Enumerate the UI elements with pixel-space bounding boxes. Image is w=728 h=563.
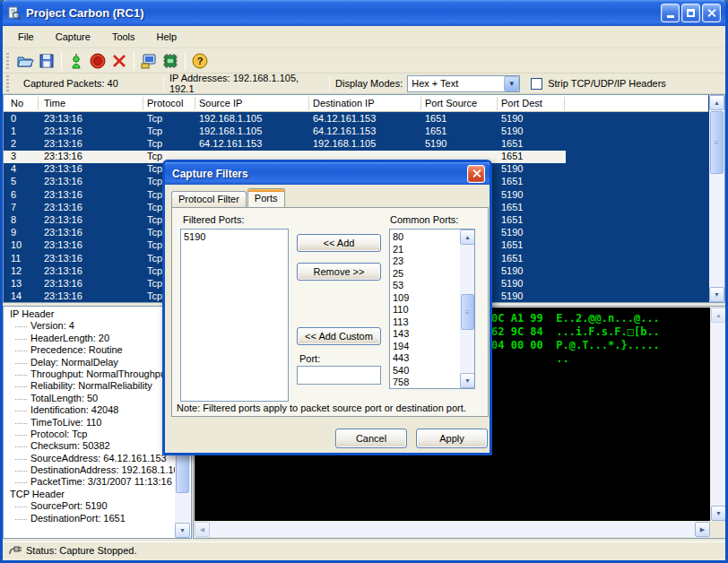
tree-node-ip-header[interactable]: IP Header	[4, 308, 174, 320]
tree-items: IP HeaderVersion: 4HeaderLength: 20Prece…	[4, 308, 174, 524]
apply-button[interactable]: Apply	[416, 429, 488, 448]
stop-capture-icon	[89, 52, 107, 70]
column-divider	[195, 97, 195, 110]
column-header-destination-ip[interactable]: Destination IP	[313, 98, 374, 108]
open-file-button[interactable]	[14, 50, 36, 72]
cell-port_dest: 1651	[501, 253, 523, 264]
tree-leaf[interactable]: DestinationAddress: 192.168.1.105	[4, 464, 174, 476]
start-capture-button[interactable]	[65, 50, 87, 72]
cell-time: 23:13:16	[44, 151, 82, 161]
cell-protocol: Tcp	[147, 113, 162, 124]
scroll-left-icon[interactable]: ◀	[195, 522, 210, 537]
tree-leaf[interactable]: Throughput: NormalThroughput	[4, 368, 174, 380]
packet-buffer-button[interactable]	[160, 50, 181, 72]
save-button[interactable]	[36, 50, 57, 72]
common-ports-scrollbar[interactable]: ▲ ≡ ▼	[460, 230, 475, 388]
clear-capture-button[interactable]	[108, 50, 130, 72]
tree-leaf[interactable]: SourcePort: 5190	[4, 500, 174, 512]
strip-headers-checkbox[interactable]	[531, 78, 542, 90]
close-button[interactable]	[702, 4, 721, 22]
minimize-button[interactable]	[661, 4, 680, 22]
cell-port_dest: 1651	[501, 239, 523, 250]
scrollbar-thumb[interactable]: ≡	[461, 294, 474, 330]
cell-protocol: Tcp	[147, 278, 162, 289]
scroll-down-icon[interactable]: ▼	[711, 506, 726, 521]
help-button[interactable]: ?	[189, 50, 211, 72]
tree-leaf[interactable]: TimeToLive: 110	[4, 417, 174, 429]
column-header-protocol[interactable]: Protocol	[147, 98, 183, 108]
display-mode-combobox[interactable]: Hex + Text ▼	[407, 75, 520, 92]
tree-leaf[interactable]: Precedence: Routine	[4, 344, 174, 356]
combo-dropdown-icon[interactable]: ▼	[504, 76, 519, 91]
scrollbar-thumb[interactable]: ≡	[710, 111, 724, 174]
menu-file[interactable]: File	[10, 29, 42, 45]
cell-port_dest: 1651	[501, 202, 523, 212]
scroll-right-icon[interactable]: ▶	[695, 522, 710, 537]
cell-time: 23:13:16	[44, 227, 82, 238]
toolbar-grip	[6, 53, 9, 69]
start-capture-icon	[67, 52, 85, 70]
common-ports-listbox[interactable]: 8021232553109110113143194443540758 ▲ ≡ ▼	[389, 229, 475, 389]
tab-protocol-filter[interactable]: Protocol Filter	[171, 191, 247, 207]
cell-no: 7	[11, 202, 16, 212]
tree-leaf[interactable]: TotalLength: 50	[4, 393, 174, 404]
column-divider	[308, 97, 309, 110]
scroll-up-icon[interactable]: ▲	[460, 230, 475, 245]
cell-no: 0	[11, 113, 16, 124]
packet-row-2[interactable]: 223:13:16Tcp64.12.161.153192.168.1.10551…	[4, 137, 708, 150]
add-custom-button[interactable]: << Add Custom	[297, 327, 381, 345]
maximize-button[interactable]	[681, 4, 700, 22]
network-adapter-button[interactable]	[138, 50, 160, 72]
stop-capture-button[interactable]	[87, 50, 108, 72]
add-button[interactable]: << Add	[297, 234, 381, 252]
packet-row-0[interactable]: 023:13:16Tcp192.168.1.10564.12.161.15316…	[4, 112, 708, 125]
tree-leaf[interactable]: Protocol: Tcp	[4, 429, 174, 440]
tree-leaf[interactable]: DestinationPort: 1651	[4, 513, 174, 524]
column-divider	[497, 97, 498, 110]
column-header-no[interactable]: No	[11, 98, 23, 108]
tab-ports[interactable]: Ports	[247, 188, 285, 207]
tree-leaf[interactable]: HeaderLength: 20	[4, 333, 174, 344]
tree-leaf[interactable]: Identification: 42048	[4, 404, 174, 416]
cell-port_dest: 5190	[501, 189, 523, 200]
cell-protocol: Tcp	[147, 126, 162, 136]
menu-help[interactable]: Help	[149, 29, 186, 45]
tree-leaf[interactable]: Reliability: NormalReliability	[4, 380, 174, 392]
column-header-port-dest[interactable]: Port Dest	[501, 98, 542, 108]
cell-protocol: Tcp	[147, 214, 162, 225]
cell-time: 23:13:16	[44, 265, 82, 276]
tree-leaf[interactable]: Version: 4	[4, 320, 174, 332]
filtered-ports-label: Filtered Ports:	[183, 214, 244, 225]
filtered-ports-listbox[interactable]: 5190	[180, 229, 289, 402]
scroll-down-icon[interactable]: ▼	[460, 373, 475, 388]
packet-list-scrollbar[interactable]: ▲ ≡ ▼	[709, 95, 724, 302]
cell-time: 23:13:16	[44, 113, 82, 124]
filtered-port-item[interactable]: 5190	[181, 231, 288, 244]
column-header-source-ip[interactable]: Source IP	[199, 98, 242, 108]
tree-leaf[interactable]: PacketTime: 3/31/2007 11:13:16 PM	[4, 476, 174, 488]
menu-tools[interactable]: Tools	[104, 29, 143, 45]
port-input[interactable]	[297, 366, 381, 385]
dialog-close-button[interactable]	[467, 165, 485, 183]
scroll-down-icon[interactable]: ▼	[175, 523, 190, 538]
scroll-up-icon[interactable]: ▲	[711, 307, 726, 323]
tree-leaf[interactable]: Delay: NormalDelay	[4, 357, 174, 368]
tree-leaf[interactable]: SourceAddress: 64.12.161.153	[4, 453, 174, 464]
hex-vertical-scrollbar[interactable]: ▲ ▼	[711, 307, 726, 521]
cell-no: 4	[11, 163, 16, 174]
hex-horizontal-scrollbar[interactable]: ◀ ▶	[195, 522, 710, 537]
tree-leaf[interactable]: Checksum: 50382	[4, 440, 174, 452]
tree-node-tcp-header[interactable]: TCP Header	[4, 489, 174, 500]
remove-button[interactable]: Remove >>	[297, 263, 381, 281]
column-header-port-source[interactable]: Port Source	[425, 98, 477, 108]
cell-port_dest: 5190	[501, 126, 523, 136]
packet-row-1[interactable]: 123:13:16Tcp192.168.1.10564.12.161.15316…	[4, 125, 708, 137]
column-header-time[interactable]: Time	[44, 98, 65, 108]
scroll-down-icon[interactable]: ▼	[709, 287, 724, 302]
scroll-up-icon[interactable]: ▲	[709, 95, 724, 110]
menu-capture[interactable]: Capture	[48, 29, 99, 45]
cell-protocol: Tcp	[147, 239, 162, 250]
help-icon: ?	[191, 52, 209, 70]
status-text: Status: Capture Stopped.	[26, 545, 137, 556]
cancel-button[interactable]: Cancel	[335, 429, 407, 448]
